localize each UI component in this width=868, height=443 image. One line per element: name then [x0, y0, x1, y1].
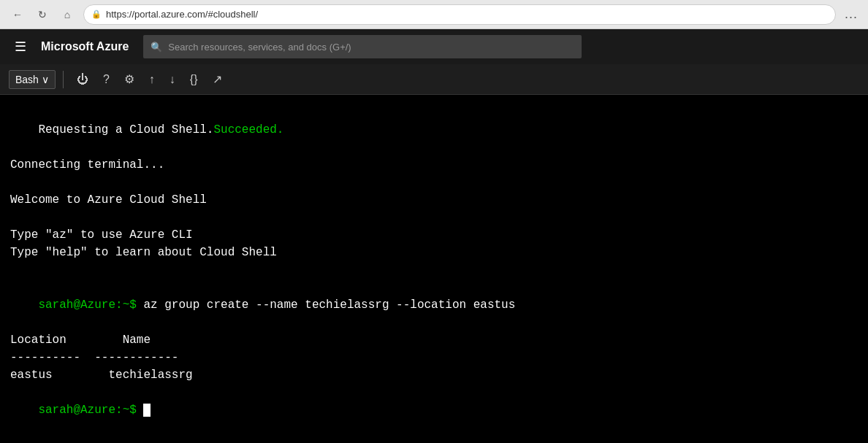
address-bar[interactable]: 🔒 https://portal.azure.com/#cloudshell/ — [83, 4, 836, 25]
terminal-line-4: Welcome to Azure Cloud Shell — [10, 191, 858, 209]
cmd1-text: az group create --name techielassrg --lo… — [143, 298, 515, 312]
browser-chrome: ← ↻ ⌂ 🔒 https://portal.azure.com/#clouds… — [0, 0, 868, 29]
terminal-line-2: Connecting terminal... — [10, 156, 858, 174]
home-button[interactable]: ⌂ — [57, 4, 77, 25]
azure-search[interactable]: 🔍 — [143, 35, 582, 58]
terminal-cursor — [143, 404, 151, 417]
terminal-line-3 — [10, 174, 858, 191]
hamburger-button[interactable]: ☰ — [9, 36, 32, 58]
terminal-header: Location Name — [10, 331, 858, 349]
help-button[interactable]: ? — [97, 70, 115, 89]
terminal-line-6: Type "az" to use Azure CLI — [10, 226, 858, 244]
terminal-separator: ---------- ------------ — [10, 349, 858, 366]
shell-selector[interactable]: Bash ∨ — [9, 70, 56, 89]
url-text: https://portal.azure.com/#cloudshell/ — [106, 9, 258, 20]
azure-logo: Microsoft Azure — [41, 40, 129, 53]
braces-button[interactable]: {} — [184, 70, 204, 89]
cloudshell-toolbar: Bash ∨ ⏻ ? ⚙ ↑ ↓ {} ↗ — [0, 64, 868, 95]
shell-type-label: Bash — [15, 74, 39, 85]
toolbar-divider — [63, 71, 64, 88]
back-button[interactable]: ← — [7, 4, 28, 25]
terminal-line-8 — [10, 261, 858, 279]
succeeded-text: Succeeded. — [213, 123, 283, 136]
search-icon: 🔍 — [151, 42, 162, 53]
browser-controls: ← ↻ ⌂ — [7, 4, 77, 25]
col1-header: Location — [10, 334, 66, 347]
search-input[interactable] — [168, 42, 574, 53]
more-button[interactable]: ... — [842, 7, 861, 22]
requesting-text: Requesting a Cloud Shell. — [38, 123, 213, 136]
chevron-down-icon: ∨ — [42, 74, 49, 85]
power-button[interactable]: ⏻ — [71, 70, 94, 89]
upload-button[interactable]: ↑ — [143, 70, 161, 89]
prompt1-text: sarah@Azure:~$ — [38, 298, 143, 312]
col2-header: Name — [123, 334, 151, 347]
sep2: ------------ — [94, 351, 178, 364]
azure-navbar: ☰ Microsoft Azure 🔍 — [0, 29, 868, 64]
terminal-line-7: Type "help" to learn about Cloud Shell — [10, 244, 858, 261]
terminal[interactable]: Requesting a Cloud Shell.Succeeded. Conn… — [0, 95, 868, 443]
terminal-prompt-1: sarah@Azure:~$ az group create --name te… — [10, 279, 858, 331]
lock-icon: 🔒 — [91, 9, 102, 19]
val1: eastus — [10, 369, 53, 382]
open-editor-button[interactable]: ↗ — [207, 69, 228, 89]
refresh-button[interactable]: ↻ — [32, 4, 53, 25]
val2: techielassrg — [108, 369, 192, 382]
terminal-line-1: Requesting a Cloud Shell.Succeeded. — [10, 104, 858, 156]
sep1: ---------- — [10, 351, 80, 364]
terminal-line-5 — [10, 209, 858, 226]
download-button[interactable]: ↓ — [164, 70, 181, 89]
terminal-prompt-2: sarah@Azure:~$ — [10, 384, 858, 436]
settings-button[interactable]: ⚙ — [118, 69, 140, 89]
terminal-data-row: eastus techielassrg — [10, 366, 858, 384]
prompt2-text: sarah@Azure:~$ — [38, 404, 143, 417]
